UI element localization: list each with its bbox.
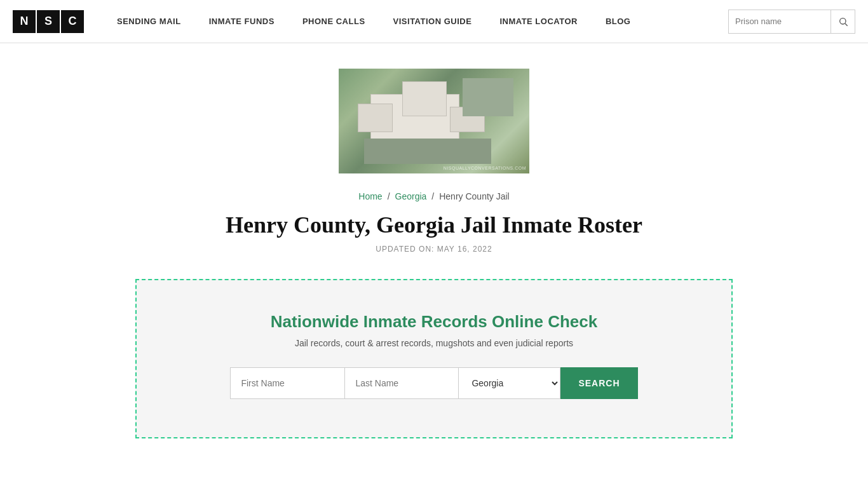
nav-phone-calls[interactable]: PHONE CALLS	[288, 17, 379, 26]
breadcrumb-current: Henry County Jail	[439, 191, 510, 201]
nav-sending-mail[interactable]: SENDING MAIL	[103, 17, 195, 26]
page-title: Henry County, Georgia Jail Inmate Roster	[226, 212, 642, 238]
svg-point-0	[839, 18, 845, 24]
search-icon	[838, 17, 848, 27]
building-wing1	[358, 104, 393, 132]
inmate-search-button[interactable]: SEARCH	[560, 367, 637, 399]
logo-n: N	[13, 10, 36, 33]
prison-search-bar	[728, 10, 855, 34]
logo[interactable]: N S C	[13, 10, 84, 33]
parking-lot2	[364, 139, 491, 164]
state-select[interactable]: Georgia Alabama Alaska Arizona Arkansas …	[459, 367, 560, 399]
updated-date: MAY 16, 2022	[437, 245, 492, 254]
breadcrumb-state[interactable]: Georgia	[395, 191, 427, 201]
breadcrumb: Home / Georgia / Henry County Jail	[358, 191, 509, 201]
image-watermark: NISQUALLYCONVERSATIONS.COM	[444, 166, 526, 170]
facility-image-bg: NISQUALLYCONVERSATIONS.COM	[339, 69, 529, 173]
inmate-records-section: Nationwide Inmate Records Online Check J…	[135, 279, 733, 438]
parking-lot	[463, 78, 513, 116]
inmate-search-form: Georgia Alabama Alaska Arizona Arkansas …	[230, 367, 637, 399]
prison-search-input[interactable]	[729, 10, 831, 33]
building-wing2	[402, 81, 447, 116]
breadcrumb-home[interactable]: Home	[358, 191, 382, 201]
header: N S C SENDING MAIL INMATE FUNDS PHONE CA…	[0, 0, 868, 43]
nav-inmate-funds[interactable]: INMATE FUNDS	[195, 17, 288, 26]
inmate-records-subtitle: Jail records, court & arrest records, mu…	[295, 338, 573, 348]
svg-line-1	[845, 24, 848, 26]
updated-info: UPDATED ON: MAY 16, 2022	[376, 245, 492, 254]
last-name-input[interactable]	[344, 367, 459, 399]
breadcrumb-sep2: /	[431, 191, 434, 201]
main-nav: SENDING MAIL INMATE FUNDS PHONE CALLS VI…	[103, 17, 728, 26]
main-content: NISQUALLYCONVERSATIONS.COM Home / Georgi…	[0, 43, 868, 477]
updated-label: UPDATED ON:	[376, 245, 434, 254]
first-name-input[interactable]	[230, 367, 344, 399]
logo-c: C	[61, 10, 84, 33]
prison-search-button[interactable]	[831, 10, 855, 33]
breadcrumb-sep1: /	[388, 191, 390, 201]
nav-inmate-locator[interactable]: INMATE LOCATOR	[485, 17, 592, 26]
logo-s: S	[37, 10, 60, 33]
inmate-records-title: Nationwide Inmate Records Online Check	[271, 312, 597, 332]
facility-image: NISQUALLYCONVERSATIONS.COM	[339, 69, 529, 173]
nav-visitation-guide[interactable]: VISITATION GUIDE	[379, 17, 486, 26]
nav-blog[interactable]: BLOG	[592, 17, 645, 26]
